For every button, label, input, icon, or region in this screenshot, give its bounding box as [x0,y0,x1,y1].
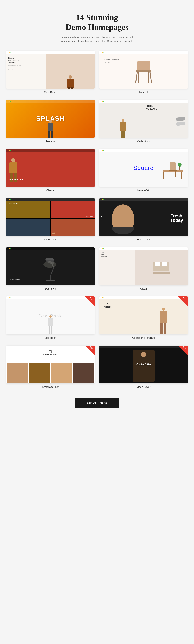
demo-item-categories[interactable]: Core 2018 Colle... Made For You Get 15% … [6,198,95,241]
neck-shirt [112,227,134,234]
svg-rect-11 [170,171,170,177]
see-all-demos-section: See All Demos [6,398,188,408]
dot-yellow [102,150,103,151]
main-demo-links: Shop and Sell [8,69,44,70]
demo-label-classic: Classic [46,189,55,192]
photo-2 [29,363,50,383]
demo-thumbnail-categories[interactable]: Core 2018 Colle... Made For You Get 15% … [6,198,95,236]
dot-green [10,150,11,151]
demo-item-main-demo[interactable]: DiscoverAnd Dress UpYour Style Discover … [6,51,95,94]
pillow-left [155,262,160,266]
head [11,158,16,162]
dot-green [10,52,11,52]
demos-grid: DiscoverAnd Dress UpYour Style Discover … [6,51,188,388]
nav-bar [6,296,95,299]
leg-left [48,132,50,138]
fresh-today-text: FreshToday [170,214,183,222]
dot-red [8,150,8,151]
demo-thumbnail-main-demo[interactable]: DiscoverAnd Dress UpYour Style Discover … [6,51,95,89]
dot-green [104,101,104,102]
cat-cell-2: Made For You [51,201,95,218]
head [49,315,52,318]
leg-l [120,131,123,138]
new-badge [178,346,188,355]
demo-thumbnail-collectionpx[interactable]: SilkPrints [99,296,188,334]
demo-thumbnail-videocover[interactable]: Cruise 2019 [99,346,188,384]
item-shoe [52,232,55,234]
demo-item-clean[interactable]: zanon SundayCollection New In Clean [99,247,188,290]
svg-line-17 [50,268,54,276]
dot-green [104,248,104,249]
demo-label-homegift: Home&Gift [137,189,150,192]
demo-item-collections[interactable]: LOOKSWE LOVE Collections [99,100,188,143]
demo-thumbnail-lookbook[interactable]: LookBook [6,296,95,334]
demo-thumbnail-homegift[interactable]: Square [99,149,188,187]
leg-l [10,173,13,182]
demo-item-collectionpx[interactable]: SilkPrints Collection (Parallax) [99,296,188,339]
sunday-collection-text: SundayCollection [100,254,132,257]
demo-item-modern[interactable]: SPLASH Modern [6,100,95,143]
svg-line-2 [136,72,137,82]
legs [10,173,17,182]
demo-thumbnail-modern[interactable]: SPLASH [6,100,95,138]
person-figure [48,315,53,334]
legs [160,323,166,334]
svg-rect-1 [136,70,152,72]
svg-rect-0 [137,61,150,70]
nav-bar [99,198,188,201]
demo-item-darkskin[interactable]: Small Shelter Dark Skin [6,247,95,290]
classic-person-area [6,152,95,187]
svg-rect-12 [175,171,176,177]
instagram-logo-area: Instagram Shop [44,350,58,357]
dot-red [100,248,102,249]
dot-green [104,52,104,52]
bedroom-area [135,250,188,285]
dot-yellow [102,298,103,298]
dot-red [100,298,102,298]
nav-bar [99,149,188,152]
demo-thumbnail-clean[interactable]: zanon SundayCollection New In [99,247,188,285]
svg-rect-9 [170,162,176,170]
demo-item-instagram[interactable]: Instagram Shop Instagram Shop [6,346,95,388]
categories-grid: Core 2018 Colle... Made For You Get 15% … [6,201,95,236]
demo-item-videocover[interactable]: Cruise 2019 Video Cover [99,346,188,388]
svg-line-4 [138,72,139,82]
demo-thumbnail-fullscreen[interactable]: FreshToday [99,198,188,236]
lookbook-person [48,315,53,334]
demo-thumbnail-collections[interactable]: LOOKSWE LOVE [99,100,188,138]
demo-item-classic[interactable]: Made For You Classic [6,149,95,192]
clean-left-panel: zanon SundayCollection New In [99,250,133,285]
demo-item-minimal[interactable]: zanon Create Your Own Minimal [99,51,188,94]
head [162,308,165,311]
dot-green [10,248,11,249]
demo-item-lookbook[interactable]: LookBook LookBook [6,296,95,339]
demo-thumbnail-instagram[interactable]: Instagram Shop [6,346,95,384]
shoes-area [176,117,185,126]
svg-point-14 [178,163,182,167]
dot-yellow [102,248,103,249]
figure-body [48,123,54,132]
nav-bar [99,346,188,348]
chair-svg [131,58,156,84]
discover-title: DiscoverAnd Dress UpYour Style [8,57,44,64]
dot-red [100,150,102,151]
demo-item-fullscreen[interactable]: FreshToday Full Screen [99,198,188,241]
dot-red [100,101,102,102]
leg-r [164,323,166,334]
demo-label-collectionpx: Collection (Parallax) [132,336,155,339]
page-wrapper: 14 StunningDemo Homepages Create a reall… [0,0,194,418]
demo-thumbnail-minimal[interactable]: zanon Create Your Own Minimal [99,51,188,89]
dot-green [10,346,11,347]
demo-item-homegift[interactable]: Square [99,149,188,192]
nav-bar [6,149,95,152]
photo-1 [6,363,28,383]
page-title: 14 StunningDemo Homepages [6,12,188,32]
see-all-demos-button[interactable]: See All Demos [75,398,120,408]
figure-legs [48,132,53,138]
demo-thumbnail-classic[interactable]: Made For You [6,149,95,187]
dot-red [8,346,8,347]
cat-cell-1: Core 2018 Colle... [6,201,50,218]
demo-thumbnail-darkskin[interactable]: Small Shelter [6,247,95,285]
square-text: Square [134,165,154,171]
svg-point-20 [44,262,56,268]
